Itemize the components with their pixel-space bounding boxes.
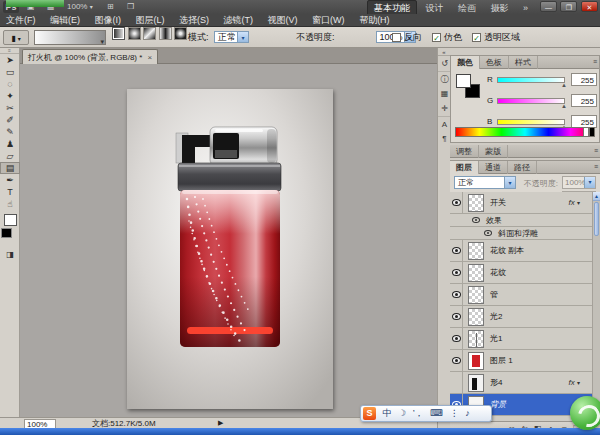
gradient-picker[interactable]: ▾ [34,30,106,45]
taskbar-green-segment[interactable] [6,0,64,7]
menu-select[interactable]: 选择(S) [173,14,215,27]
tab-adjustments[interactable]: 调整 [450,145,479,158]
layer-thumbnail[interactable] [468,352,484,370]
color-spectrum-ramp[interactable] [455,127,595,137]
foreground-color-swatch[interactable] [4,214,17,226]
ime-mode-chinese[interactable]: 中 [383,406,392,421]
tab-styles[interactable]: 样式 [509,56,538,69]
eraser-tool[interactable]: ▱ [0,150,20,162]
angle-gradient-button[interactable] [143,27,156,40]
tab-close-icon[interactable]: × [147,53,152,62]
ime-punctuation-icon[interactable]: ’， [413,406,424,421]
clone-stamp-tool[interactable]: ♟ [0,138,20,150]
ime-keyboard-icon[interactable]: ⌨ [430,406,443,421]
slider-knob-icon[interactable]: ▲ [561,82,567,88]
layer-row-tube[interactable]: 管 [450,284,592,306]
tab-paths[interactable]: 路径 [508,161,537,174]
brush-tool[interactable]: ✎ [0,126,20,138]
menu-edit[interactable]: 编辑(E) [44,14,86,27]
tab-layers[interactable]: 图层 [450,161,479,174]
crop-tool[interactable]: ✂ [0,102,20,114]
visibility-toggle[interactable] [450,350,463,371]
rectangular-marquee-tool[interactable]: ▭ [0,66,20,78]
minimize-button[interactable]: — [540,1,557,12]
layer-thumbnail[interactable] [468,330,484,348]
dither-checkbox[interactable]: ✓仿色 [432,30,462,45]
menu-layer[interactable]: 图层(L) [130,14,171,27]
panel-menu-icon[interactable]: ≡ [594,147,598,154]
tab-channels[interactable]: 通道 [479,161,508,174]
workspace-photography[interactable]: 摄影 [484,1,514,15]
workspace-design[interactable]: 设计 [419,1,449,15]
zoom-level-dropdown[interactable]: 100% ▾ [64,0,96,14]
reverse-checkbox[interactable]: 反向 [392,30,422,45]
layer-fx-badge[interactable]: fx ▾ [569,372,580,393]
slider-knob-icon[interactable]: ▲ [561,103,567,109]
document-canvas[interactable] [127,89,333,409]
ime-toolbox-icon[interactable]: ♪ [465,406,470,421]
transparency-checkbox[interactable]: ✓透明区域 [472,30,520,45]
bevel-emboss-effect-row[interactable]: 斜面和浮雕 [450,227,592,240]
move-tool[interactable]: ➤ [0,54,20,66]
ime-halfmoon-icon[interactable]: ☽ [398,406,406,421]
linear-gradient-button[interactable] [112,27,125,40]
scrollbar-thumb[interactable] [594,202,599,236]
green-channel-value[interactable]: 255 [571,94,597,107]
tab-swatches[interactable]: 色板 [480,56,509,69]
taskbar-strip[interactable] [0,428,600,435]
layer-blend-mode-select[interactable]: 正常▾ [454,176,516,189]
menu-window[interactable]: 窗口(W) [306,14,351,27]
visibility-toggle[interactable] [450,240,463,261]
layer-row-pattern-copy[interactable]: 花纹 副本 [450,240,592,262]
status-options-arrow[interactable]: ▶ [218,419,223,427]
menu-view[interactable]: 视图(V) [262,14,304,27]
document-tab[interactable]: 打火机 @ 100% (背景, RGB/8) *× [22,49,158,64]
red-channel-slider[interactable] [497,77,565,83]
eyedropper-tool[interactable]: ✐ [0,114,20,126]
layer-opacity-select[interactable]: 100%▾ [562,176,596,189]
red-channel-value[interactable]: 255 [571,73,597,86]
layer-row-light2[interactable]: 光2 [450,306,592,328]
pen-tool[interactable]: ✒ [0,174,20,186]
background-color-swatch[interactable] [1,228,12,238]
screen-mode-icon[interactable]: ❒ [124,0,137,14]
sogou-logo-icon[interactable]: S [363,407,376,420]
layers-scrollbar[interactable]: ▲ [592,192,600,421]
restore-button[interactable]: ❐ [560,1,577,12]
menu-image[interactable]: 图像(I) [89,14,128,27]
black-swatch[interactable] [589,127,595,137]
visibility-toggle[interactable] [450,284,463,305]
panel-menu-icon[interactable]: ≡ [594,163,598,170]
lasso-tool[interactable]: ◌ [0,78,20,90]
layer-row-light1[interactable]: 光1 [450,328,592,350]
panel-menu-icon[interactable]: ≡ [593,58,597,65]
blue-channel-slider[interactable] [497,119,565,125]
green-channel-slider[interactable] [497,98,565,104]
layer-fx-badge[interactable]: fx ▾ [569,192,580,213]
effects-header-row[interactable]: 效果 [450,214,592,227]
visibility-toggle[interactable] [450,306,463,327]
menu-help[interactable]: 帮助(H) [353,14,396,27]
type-tool[interactable]: T [0,186,20,198]
layer-row-pattern[interactable]: 花纹 [450,262,592,284]
blend-mode-select[interactable]: 正常▾ [214,31,249,43]
layer-row-switch[interactable]: 开关 fx ▾ [450,192,592,214]
hand-tool[interactable]: ☝ [0,198,20,210]
menu-file[interactable]: 文件(F) [0,14,42,27]
layer-row-shape4[interactable]: 形4 fx ▾ [450,372,592,394]
workspace-painting[interactable]: 绘画 [452,1,482,15]
quick-mask-button[interactable]: ◨ [0,250,20,259]
collapse-panels-button[interactable]: « [438,48,450,56]
arrange-documents-icon[interactable]: ⊞ [104,0,117,14]
tab-masks[interactable]: 蒙版 [479,145,508,158]
layer-thumbnail[interactable] [468,242,484,260]
layer-row-layer1[interactable]: 图层 1 [450,350,592,372]
floating-assistant-button[interactable] [570,396,600,430]
diamond-gradient-button[interactable] [174,27,187,40]
layer-thumbnail[interactable] [468,308,484,326]
foreground-color-swatch[interactable] [456,74,471,88]
visibility-toggle[interactable] [450,192,463,213]
ime-more-icon[interactable]: ⋮ [450,406,459,421]
workspace-overflow-button[interactable]: » [517,1,534,15]
reflected-gradient-button[interactable] [159,27,172,40]
